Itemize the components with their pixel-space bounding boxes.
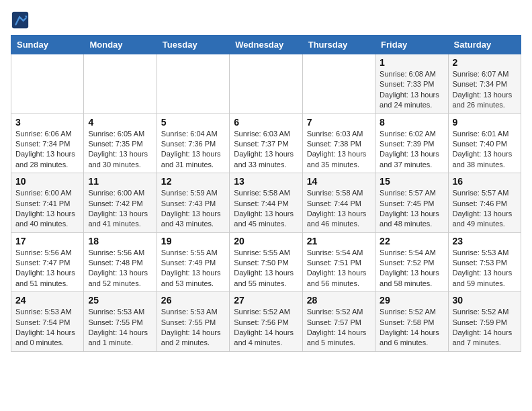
day-info: Sunrise: 5:53 AM Sunset: 7:55 PM Dayligh… (161, 307, 225, 349)
day-number: 17 (15, 236, 79, 246)
day-number: 11 (88, 176, 152, 187)
day-number: 2 (453, 57, 517, 68)
calendar-cell: 4Sunrise: 6:05 AM Sunset: 7:35 PM Daylig… (84, 113, 157, 173)
calendar-cell: 1Sunrise: 6:08 AM Sunset: 7:33 PM Daylig… (375, 54, 448, 114)
calendar-cell: 18Sunrise: 5:56 AM Sunset: 7:48 PM Dayli… (84, 232, 157, 292)
calendar-cell: 30Sunrise: 5:52 AM Sunset: 7:59 PM Dayli… (448, 292, 521, 352)
day-number: 23 (453, 236, 517, 246)
calendar-cell (84, 54, 157, 114)
day-info: Sunrise: 6:07 AM Sunset: 7:34 PM Dayligh… (453, 69, 517, 111)
day-header-wednesday: Wednesday (230, 36, 302, 54)
calendar-table: SundayMondayTuesdayWednesdayThursdayFrid… (11, 35, 521, 352)
calendar-week-5: 24Sunrise: 5:53 AM Sunset: 7:54 PM Dayli… (11, 292, 521, 352)
calendar-cell: 14Sunrise: 5:58 AM Sunset: 7:44 PM Dayli… (302, 173, 375, 233)
day-info: Sunrise: 6:04 AM Sunset: 7:36 PM Dayligh… (161, 129, 225, 171)
day-number: 12 (161, 176, 225, 187)
day-info: Sunrise: 5:55 AM Sunset: 7:49 PM Dayligh… (161, 248, 225, 289)
calendar-cell: 27Sunrise: 5:52 AM Sunset: 7:56 PM Dayli… (230, 292, 302, 352)
calendar-cell: 5Sunrise: 6:04 AM Sunset: 7:36 PM Daylig… (157, 113, 229, 173)
day-number: 29 (380, 295, 443, 306)
calendar-cell: 6Sunrise: 6:03 AM Sunset: 7:37 PM Daylig… (230, 113, 302, 173)
calendar-cell (157, 54, 229, 114)
day-info: Sunrise: 6:03 AM Sunset: 7:37 PM Dayligh… (234, 129, 298, 171)
day-number: 30 (453, 295, 517, 306)
day-info: Sunrise: 6:01 AM Sunset: 7:40 PM Dayligh… (453, 129, 517, 171)
day-number: 25 (88, 295, 152, 306)
day-info: Sunrise: 5:54 AM Sunset: 7:51 PM Dayligh… (307, 248, 371, 289)
day-number: 14 (307, 176, 371, 187)
day-info: Sunrise: 6:02 AM Sunset: 7:39 PM Dayligh… (380, 129, 443, 171)
day-number: 3 (15, 117, 79, 128)
day-number: 6 (234, 117, 298, 128)
day-info: Sunrise: 5:52 AM Sunset: 7:58 PM Dayligh… (380, 307, 443, 349)
calendar-cell: 12Sunrise: 5:59 AM Sunset: 7:43 PM Dayli… (157, 173, 229, 233)
day-info: Sunrise: 5:57 AM Sunset: 7:45 PM Dayligh… (380, 188, 443, 230)
day-info: Sunrise: 5:57 AM Sunset: 7:46 PM Dayligh… (453, 188, 517, 230)
calendar-cell: 21Sunrise: 5:54 AM Sunset: 7:51 PM Dayli… (302, 232, 375, 292)
day-number: 22 (380, 236, 443, 246)
day-info: Sunrise: 6:00 AM Sunset: 7:41 PM Dayligh… (15, 188, 79, 230)
calendar-cell: 7Sunrise: 6:03 AM Sunset: 7:38 PM Daylig… (302, 113, 375, 173)
day-info: Sunrise: 6:00 AM Sunset: 7:42 PM Dayligh… (88, 188, 152, 230)
day-number: 28 (307, 295, 371, 306)
calendar-cell: 16Sunrise: 5:57 AM Sunset: 7:46 PM Dayli… (448, 173, 521, 233)
calendar-cell: 26Sunrise: 5:53 AM Sunset: 7:55 PM Dayli… (157, 292, 229, 352)
calendar-cell (11, 54, 84, 114)
svg-rect-0 (12, 12, 28, 28)
day-number: 5 (161, 117, 225, 128)
day-header-monday: Monday (84, 36, 157, 54)
day-number: 16 (453, 176, 517, 187)
day-info: Sunrise: 5:53 AM Sunset: 7:55 PM Dayligh… (88, 307, 152, 349)
day-number: 7 (307, 117, 371, 128)
day-info: Sunrise: 5:54 AM Sunset: 7:52 PM Dayligh… (380, 248, 443, 289)
day-info: Sunrise: 5:56 AM Sunset: 7:48 PM Dayligh… (88, 248, 152, 289)
calendar-cell: 23Sunrise: 5:53 AM Sunset: 7:53 PM Dayli… (448, 232, 521, 292)
day-number: 9 (453, 117, 517, 128)
calendar-cell: 28Sunrise: 5:52 AM Sunset: 7:57 PM Dayli… (302, 292, 375, 352)
day-info: Sunrise: 6:03 AM Sunset: 7:38 PM Dayligh… (307, 129, 371, 171)
day-info: Sunrise: 5:59 AM Sunset: 7:43 PM Dayligh… (161, 188, 225, 230)
calendar-cell: 8Sunrise: 6:02 AM Sunset: 7:39 PM Daylig… (375, 113, 448, 173)
calendar-cell (230, 54, 302, 114)
day-header-thursday: Thursday (302, 36, 375, 54)
day-info: Sunrise: 6:06 AM Sunset: 7:34 PM Dayligh… (15, 129, 79, 171)
day-info: Sunrise: 5:53 AM Sunset: 7:53 PM Dayligh… (453, 248, 517, 289)
calendar-cell: 20Sunrise: 5:55 AM Sunset: 7:50 PM Dayli… (230, 232, 302, 292)
day-info: Sunrise: 5:52 AM Sunset: 7:59 PM Dayligh… (453, 307, 517, 349)
day-info: Sunrise: 5:53 AM Sunset: 7:54 PM Dayligh… (15, 307, 79, 349)
calendar-cell: 3Sunrise: 6:06 AM Sunset: 7:34 PM Daylig… (11, 113, 84, 173)
calendar-cell: 24Sunrise: 5:53 AM Sunset: 7:54 PM Dayli… (11, 292, 84, 352)
day-info: Sunrise: 6:08 AM Sunset: 7:33 PM Dayligh… (380, 69, 443, 111)
day-info: Sunrise: 5:58 AM Sunset: 7:44 PM Dayligh… (234, 188, 298, 230)
day-number: 18 (88, 236, 152, 246)
calendar-cell: 15Sunrise: 5:57 AM Sunset: 7:45 PM Dayli… (375, 173, 448, 233)
calendar-cell: 29Sunrise: 5:52 AM Sunset: 7:58 PM Dayli… (375, 292, 448, 352)
calendar-week-1: 1Sunrise: 6:08 AM Sunset: 7:33 PM Daylig… (11, 54, 521, 114)
calendar-cell: 9Sunrise: 6:01 AM Sunset: 7:40 PM Daylig… (448, 113, 521, 173)
calendar-cell: 10Sunrise: 6:00 AM Sunset: 7:41 PM Dayli… (11, 173, 84, 233)
calendar-week-2: 3Sunrise: 6:06 AM Sunset: 7:34 PM Daylig… (11, 113, 521, 173)
day-info: Sunrise: 6:05 AM Sunset: 7:35 PM Dayligh… (88, 129, 152, 171)
logo-icon (11, 11, 30, 30)
calendar-cell: 17Sunrise: 5:56 AM Sunset: 7:47 PM Dayli… (11, 232, 84, 292)
calendar-week-4: 17Sunrise: 5:56 AM Sunset: 7:47 PM Dayli… (11, 232, 521, 292)
day-info: Sunrise: 5:52 AM Sunset: 7:57 PM Dayligh… (307, 307, 371, 349)
day-number: 10 (15, 176, 79, 187)
calendar-cell: 22Sunrise: 5:54 AM Sunset: 7:52 PM Dayli… (375, 232, 448, 292)
day-number: 1 (380, 57, 443, 68)
day-info: Sunrise: 5:58 AM Sunset: 7:44 PM Dayligh… (307, 188, 371, 230)
day-number: 27 (234, 295, 298, 306)
calendar-cell: 25Sunrise: 5:53 AM Sunset: 7:55 PM Dayli… (84, 292, 157, 352)
calendar-cell: 11Sunrise: 6:00 AM Sunset: 7:42 PM Dayli… (84, 173, 157, 233)
day-number: 24 (15, 295, 79, 306)
day-info: Sunrise: 5:52 AM Sunset: 7:56 PM Dayligh… (234, 307, 298, 349)
day-number: 19 (161, 236, 225, 246)
calendar-cell (302, 54, 375, 114)
logo (11, 11, 32, 30)
day-header-sunday: Sunday (11, 36, 84, 54)
day-header-tuesday: Tuesday (157, 36, 229, 54)
calendar-cell: 19Sunrise: 5:55 AM Sunset: 7:49 PM Dayli… (157, 232, 229, 292)
calendar-cell: 2Sunrise: 6:07 AM Sunset: 7:34 PM Daylig… (448, 54, 521, 114)
day-number: 15 (380, 176, 443, 187)
day-number: 13 (234, 176, 298, 187)
